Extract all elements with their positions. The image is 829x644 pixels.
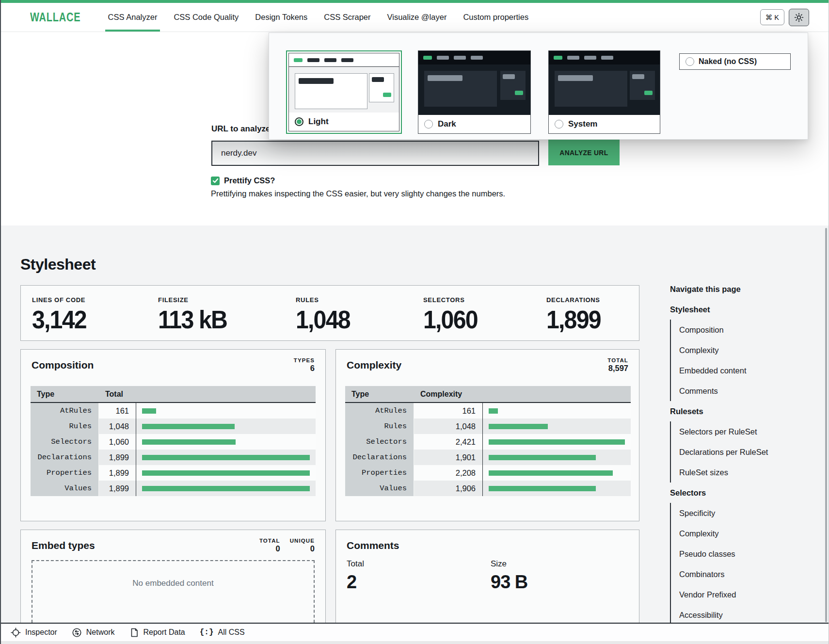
toc-item-combinators[interactable]: Combinators xyxy=(670,564,815,584)
theme-option-system[interactable]: System xyxy=(548,50,660,134)
toc-item-selectors-complexity[interactable]: Complexity xyxy=(670,523,815,544)
prettify-checkbox[interactable] xyxy=(211,177,220,185)
embed-unique: UNIQUE 0 xyxy=(290,538,315,553)
radio-dark[interactable] xyxy=(424,120,433,129)
complexity-card: Complexity TOTAL 8,597 Type Complexity A… xyxy=(335,349,639,521)
report-document-icon xyxy=(129,628,139,638)
radio-naked[interactable] xyxy=(686,57,694,66)
table-row: Properties 1,899 xyxy=(31,465,316,481)
toc-section-stylesheet[interactable]: Stylesheet xyxy=(670,299,815,320)
toc-title: Navigate this page xyxy=(670,279,815,299)
window-edge xyxy=(1,641,829,644)
comments-total: Total 2 xyxy=(347,559,364,593)
main-header: WALLACE CSS Analyzer CSS Code Quality De… xyxy=(1,3,829,32)
bar xyxy=(142,424,235,429)
bar xyxy=(489,439,625,445)
pill xyxy=(567,56,579,60)
dev-tools-bar: Inspector Network Report Data {:} xyxy=(1,623,829,641)
embed-total: TOTAL 0 xyxy=(259,538,280,553)
toc-item-declarations-per-ruleset[interactable]: Declarations per RuleSet xyxy=(670,442,815,462)
complexity-table: Type Complexity AtRules 161 Rules 1,048 … xyxy=(345,386,631,496)
inspector-tab[interactable]: Inspector xyxy=(11,628,57,638)
wallace-logo: WALLACE xyxy=(30,10,80,24)
toc-item-specificity[interactable]: Specificity xyxy=(670,503,815,523)
table-row: Values 1,906 xyxy=(345,481,631,496)
theme-toggle-button[interactable] xyxy=(789,9,809,26)
stylesheet-stats-card: LINES OF CODE 3,142 FILESIZE 113 kB RULE… xyxy=(20,285,639,341)
light-theme-preview: Light xyxy=(288,53,399,131)
table-row: Rules 1,048 xyxy=(345,419,631,434)
nav-css-scraper[interactable]: CSS Scraper xyxy=(324,3,370,32)
pill xyxy=(584,56,596,60)
toc-section-selectors[interactable]: Selectors xyxy=(670,483,815,503)
pill xyxy=(632,74,644,79)
toc-item-composition[interactable]: Composition xyxy=(670,320,815,340)
radio-system[interactable] xyxy=(555,120,563,129)
table-row: AtRules 161 xyxy=(345,403,631,419)
pill xyxy=(294,58,303,62)
table-row: Declarations 1,901 xyxy=(345,450,631,465)
all-css-tab[interactable]: {:} All CSS xyxy=(200,628,245,637)
nav-css-analyzer[interactable]: CSS Analyzer xyxy=(108,3,158,32)
url-input[interactable] xyxy=(211,141,539,166)
pill xyxy=(601,56,613,60)
pill xyxy=(515,91,523,95)
comments-title: Comments xyxy=(347,540,399,551)
toc-item-pseudo-classes[interactable]: Pseudo classes xyxy=(670,544,815,564)
toc-item-selectors-per-ruleset[interactable]: Selectors per RuleSet xyxy=(670,421,815,442)
vertical-scrollbar[interactable] xyxy=(825,228,827,622)
dark-theme-preview: Dark xyxy=(418,50,531,134)
theme-option-naked[interactable]: Naked (no CSS) xyxy=(679,53,791,70)
table-row: Values 1,899 xyxy=(31,481,316,496)
table-header-row: Type Complexity xyxy=(345,386,631,403)
pill xyxy=(437,56,449,60)
analyze-url-button[interactable]: ANALYZE URL xyxy=(548,139,620,165)
nav-css-code-quality[interactable]: CSS Code Quality xyxy=(174,3,239,32)
toc-item-ruleset-sizes[interactable]: RuleSet sizes xyxy=(670,462,815,483)
pill xyxy=(324,58,336,62)
complexity-title: Complexity xyxy=(347,359,401,371)
report-data-tab[interactable]: Report Data xyxy=(129,628,185,638)
toc-section-rulesets[interactable]: Rulesets xyxy=(670,401,815,421)
nav-custom-properties[interactable]: Custom properties xyxy=(463,3,528,32)
command-k-shortcut-button[interactable]: ⌘ K xyxy=(760,9,784,25)
radio-light-selected[interactable] xyxy=(295,117,303,126)
pill xyxy=(383,93,391,97)
inspector-crosshair-icon xyxy=(11,628,21,638)
bar xyxy=(489,408,498,414)
toc-item-complexity[interactable]: Complexity xyxy=(670,340,815,360)
table-row: Declarations 1,899 xyxy=(31,450,316,465)
network-transfer-icon xyxy=(72,628,82,638)
pill xyxy=(644,91,653,95)
theme-option-dark[interactable]: Dark xyxy=(418,50,531,134)
url-to-analyze-label: URL to analyze xyxy=(211,124,271,134)
pill xyxy=(428,75,462,81)
pill xyxy=(454,56,466,60)
sun-icon xyxy=(794,13,804,22)
theme-option-light[interactable]: Light xyxy=(286,50,402,134)
composition-title: Composition xyxy=(32,359,94,371)
composition-card: Composition TYPES 6 Type Total AtRules 1… xyxy=(20,349,326,521)
bar xyxy=(142,486,310,491)
bar xyxy=(489,486,596,491)
toc-item-comments[interactable]: Comments xyxy=(670,381,815,401)
toc-item-accessibility[interactable]: Accessibility xyxy=(670,605,815,625)
theme-picker-menu: Light xyxy=(269,32,808,140)
pill xyxy=(423,56,432,60)
table-row: AtRules 161 xyxy=(31,403,316,419)
toc-item-vendor-prefixed[interactable]: Vendor Prefixed xyxy=(670,584,815,605)
pill xyxy=(307,58,319,62)
toc-item-embedded-content[interactable]: Embedded content xyxy=(670,360,815,381)
bar xyxy=(489,455,596,460)
nav-design-tokens[interactable]: Design Tokens xyxy=(255,3,307,32)
table-row: Properties 2,208 xyxy=(345,465,631,481)
network-tab[interactable]: Network xyxy=(72,628,115,638)
pill xyxy=(503,74,515,79)
pill xyxy=(471,56,483,60)
check-icon xyxy=(212,177,219,184)
main-nav: CSS Analyzer CSS Code Quality Design Tok… xyxy=(108,3,529,32)
bar xyxy=(142,455,310,460)
header-controls: ⌘ K xyxy=(760,9,829,26)
nav-visualize-layer[interactable]: Visualize @layer xyxy=(387,3,447,32)
all-css-braces-icon: {:} xyxy=(200,628,214,637)
